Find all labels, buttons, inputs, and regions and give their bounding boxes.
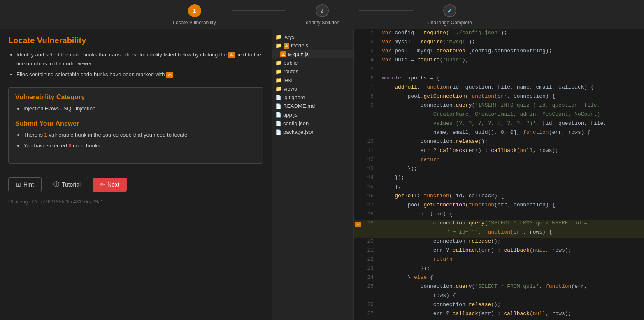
table-row: rows) {: [354, 292, 644, 301]
code-token: require: [417, 57, 440, 63]
tree-public[interactable]: 📁 public: [272, 58, 353, 67]
line-number: 2: [362, 38, 379, 47]
code-line: connection.release();: [379, 301, 644, 310]
step-3-check: ✓: [447, 7, 452, 15]
code-token: addPoll: [395, 84, 417, 90]
code-line: "'+_id+'"', function(err, rows) {: [379, 229, 644, 238]
table-row: 10 connection.release();: [354, 138, 644, 147]
code-line: return: [379, 156, 644, 165]
folder-icon: 📁: [275, 68, 282, 75]
code-line: var mysql = require('mysql');: [379, 38, 644, 47]
code-token: CreatorName, CreatorEmail, admin, YesCou…: [433, 111, 600, 117]
code-token: , rows);: [546, 247, 571, 253]
warn-gutter: [354, 84, 362, 93]
table-row: 21 err ? callback(err) : callback(null, …: [354, 247, 644, 256]
tree-routes[interactable]: 📁 routes: [272, 67, 353, 76]
code-token: var: [382, 57, 391, 63]
tree-configjson[interactable]: 📄 config.json: [272, 119, 353, 128]
line-number: 13: [362, 165, 379, 174]
code-token: );: [462, 57, 469, 63]
code-line: connection.query('SELECT * FROM quiz WHE…: [379, 220, 644, 229]
folder-icon: 📁: [275, 42, 282, 49]
code-token: 'uuid': [443, 57, 462, 63]
file-icon: 📄: [275, 95, 281, 100]
code-token: callback: [504, 247, 529, 253]
step-3-label: Challenge Complete: [427, 20, 472, 26]
folder-icon: 📁: [275, 86, 282, 92]
arrow-icon: ▶: [288, 51, 292, 57]
warn-gutter: [354, 138, 362, 147]
code-token: 'INSERT INTO quiz (_id, question, file,: [475, 102, 600, 108]
tree-packagejson[interactable]: 📄 package.json: [272, 128, 353, 136]
table-row: 9 connection.query('INSERT INTO quiz (_i…: [354, 102, 644, 111]
table-row: 2var mysql = require('mysql');: [354, 38, 644, 47]
code-token: (err) :: [478, 247, 504, 253]
code-token: (: [530, 247, 533, 253]
next-button[interactable]: ✏ Next: [93, 178, 127, 192]
code-token: .exports = {: [401, 75, 440, 81]
code-token: (err, connection) {: [494, 202, 555, 208]
line-number: 26: [362, 301, 379, 310]
code-token: null: [533, 247, 546, 253]
warn-badge-models: ⚠: [284, 43, 289, 49]
code-token: function: [546, 283, 571, 290]
code-token: else: [414, 274, 427, 280]
code-line: var config = require('../config.json');: [379, 29, 644, 38]
table-row: 6module.exports = {: [354, 75, 644, 84]
warn-gutter: [354, 310, 362, 319]
tree-quiz-js[interactable]: ⚠ ▶ quiz.js: [272, 50, 353, 58]
file-icon: 📄: [275, 103, 281, 109]
stepper: 1 Locate Vulnerability 2 Identify Soluti…: [158, 4, 487, 26]
code-token: getConnection: [423, 202, 465, 208]
code-token: [382, 84, 395, 90]
code-token: pool = mysql.: [391, 48, 436, 54]
tree-models[interactable]: 📁 ⚠ models: [272, 41, 353, 50]
code-token: (_id) {: [427, 211, 452, 217]
code-token: connection.: [382, 138, 456, 145]
line-number: 12: [362, 156, 379, 165]
warn-gutter: [354, 238, 362, 247]
code-line: },: [379, 183, 644, 192]
code-token: (id, question, file, name, email, callba…: [449, 84, 594, 90]
warn-gutter: [354, 29, 362, 38]
warn-gutter: [354, 147, 362, 156]
tree-packagejson-label: package.json: [283, 129, 315, 135]
code-line: var pool = mysql.createPool(config.conne…: [379, 47, 644, 56]
tree-test[interactable]: 📁 test: [272, 76, 353, 84]
code-token: [382, 211, 421, 217]
hint-button[interactable]: ⊞ Hint: [8, 177, 42, 192]
warn-gutter: [354, 283, 362, 292]
tree-views[interactable]: 📁 views: [272, 84, 353, 93]
code-token: function: [423, 193, 449, 199]
code-token: ();: [491, 238, 500, 244]
table-row: ⚠19 connection.query('SELECT * FROM quiz…: [354, 220, 644, 229]
warn-badge[interactable]: ⚠: [355, 222, 361, 227]
warn-gutter[interactable]: ⚠: [354, 220, 362, 229]
code-token: (_id, callback) {: [449, 193, 504, 199]
tree-readme[interactable]: 📄 README.md: [272, 102, 353, 110]
code-token: [382, 193, 395, 199]
table-row: 20 connection.release();: [354, 238, 644, 247]
tutorial-button[interactable]: ⓘ Tutorial: [46, 177, 88, 192]
code-token: values (?, ?, ?, ?, ?, ?, ?, ?)': [433, 120, 536, 126]
tree-appjs[interactable]: 📄 app.js: [272, 110, 353, 119]
code-token: (config.connectionString);: [469, 48, 552, 54]
code-token: function: [469, 202, 494, 208]
code-token: err ?: [382, 147, 439, 154]
warn-gutter: [354, 174, 362, 183]
tree-keys[interactable]: 📁 keys: [272, 33, 353, 41]
code-token: getConnection: [423, 93, 465, 99]
warn-gutter: [354, 129, 362, 138]
warn-gutter: [354, 47, 362, 56]
tree-test-label: test: [284, 77, 292, 83]
code-line: pool.getConnection(function(err, connect…: [379, 93, 644, 102]
code-token: );: [501, 30, 507, 36]
line-number: 22: [362, 256, 379, 265]
code-token: ();: [478, 138, 488, 145]
code-token: err ?: [382, 247, 453, 253]
code-line: });: [379, 174, 644, 183]
table-row: name, email, uuid(), 0, 0], function(err…: [354, 129, 644, 138]
code-token: var: [382, 39, 391, 45]
tree-gitignore[interactable]: 📄 .gitignore: [272, 93, 353, 102]
code-token: 'SELECT * FROM quiz': [475, 283, 539, 290]
